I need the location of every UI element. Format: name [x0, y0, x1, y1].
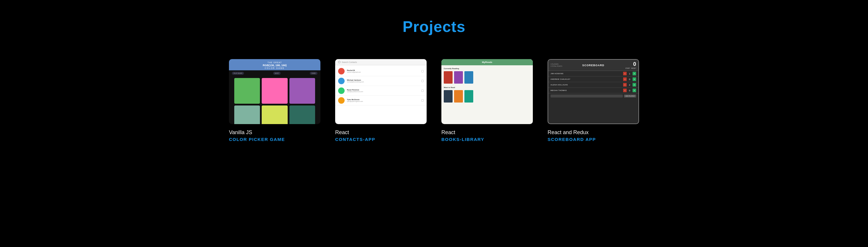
book-cover-2[interactable]	[454, 71, 463, 84]
player-minus-2[interactable]: −	[623, 77, 627, 81]
players-text: PLAYERS	[552, 63, 559, 65]
color-picker-header: THE GREAT RGB(136, 198, 166) COLOR GAME	[229, 59, 320, 70]
player-name-3: ALENA HOLLIGAN	[551, 84, 623, 86]
players-count: 4	[551, 63, 551, 65]
player-row-1: JIM HOSKINS − 1 +	[548, 71, 639, 77]
contacts-search-bar[interactable]: Search Contacts	[335, 59, 427, 65]
thumbnail-scoreboard[interactable]: 4 PLAYERS 3 TOTAL POINTS SCOREBOARD 0 ST…	[548, 59, 639, 124]
total-points-label: 3 TOTAL POINTS	[551, 65, 572, 67]
avatar-4	[338, 97, 345, 104]
books-nav-bar: MyReads	[441, 59, 533, 65]
project-tech-scoreboard: React and Redux	[548, 130, 589, 136]
edit-icon-3[interactable]	[421, 89, 424, 92]
books-section-want-to-read: Want to Read	[444, 87, 530, 88]
hard-btn[interactable]: HARD	[310, 72, 317, 75]
thumbnail-books[interactable]: MyReads Currently Reading Want to Read	[441, 59, 533, 124]
player-score-4: 0	[628, 89, 631, 91]
book-cover-1[interactable]	[444, 71, 453, 84]
play-again-btn[interactable]: PLAY AGAIN	[232, 72, 244, 75]
contact-item-4[interactable]: Tyler McGinnis tyler@tylermcginnis.com	[335, 96, 427, 106]
swatch-1[interactable]	[234, 78, 260, 104]
books-content: Currently Reading Want to Read	[441, 65, 533, 124]
project-name-scoreboard: SCOREBOARD APP	[548, 137, 596, 142]
project-card-scoreboard: 4 PLAYERS 3 TOTAL POINTS SCOREBOARD 0 ST…	[548, 59, 639, 142]
color-swatch-grid	[229, 76, 320, 124]
player-score-3: 2	[628, 84, 631, 86]
scoreboard-title: SCOREBOARD	[572, 64, 615, 67]
project-tech-contacts: React	[335, 130, 349, 136]
player-plus-2[interactable]: +	[632, 77, 636, 81]
project-name-contacts: CONTACTS-APP	[335, 137, 375, 142]
avatar-3	[338, 87, 345, 94]
color-picker-subheader: COLOR GAME	[230, 67, 319, 69]
contact-email-4: tyler@tylermcginnis.com	[347, 101, 419, 102]
swatch-6[interactable]	[289, 106, 315, 124]
players-label: 4 PLAYERS	[551, 63, 572, 65]
edit-icon-2[interactable]	[421, 80, 424, 82]
avatar-1	[338, 68, 345, 75]
project-tech-color-picker: Vanilla JS	[229, 130, 252, 136]
player-score-1: 1	[628, 73, 631, 75]
book-cover-6[interactable]	[464, 90, 473, 103]
avatar-2	[338, 78, 345, 84]
contact-info-3: Ryan Florence ryanf@ryanflorence.com	[347, 89, 419, 92]
thumbnail-contacts[interactable]: Search Contacts Rachel M. rachel.m@gmail…	[335, 59, 427, 124]
player-score-2: 0	[628, 78, 631, 80]
color-picker-buttons: PLAY AGAIN EASY HARD	[229, 70, 320, 76]
edit-icon-4[interactable]	[421, 99, 424, 102]
add-player-button[interactable]: ADD PLAYER	[624, 94, 636, 98]
book-cover-3[interactable]	[464, 71, 473, 84]
player-plus-3[interactable]: +	[632, 83, 636, 87]
thumbnail-color-picker[interactable]: THE GREAT RGB(136, 198, 166) COLOR GAME …	[229, 59, 320, 124]
contact-info-4: Tyler McGinnis tyler@tylermcginnis.com	[347, 99, 419, 102]
swatch-3[interactable]	[289, 78, 315, 104]
edit-icon-1[interactable]	[421, 70, 424, 73]
contact-info-1: Rachel M. rachel.m@gmail.com	[347, 70, 419, 73]
start-button[interactable]: START	[625, 67, 630, 69]
scoreboard-stats: 4 PLAYERS 3 TOTAL POINTS	[551, 63, 572, 67]
player-minus-3[interactable]: −	[623, 83, 627, 87]
scoreboard-footer: ADD PLAYER	[548, 93, 639, 99]
projects-grid: THE GREAT RGB(136, 198, 166) COLOR GAME …	[211, 59, 657, 142]
player-name-2: ANDREW CHALKLEY	[551, 78, 623, 80]
scoreboard-header: 4 PLAYERS 3 TOTAL POINTS SCOREBOARD 0 ST…	[548, 60, 639, 71]
player-plus-1[interactable]: +	[632, 72, 636, 75]
books-section-currently-reading: Currently Reading	[444, 68, 530, 70]
easy-btn[interactable]: EASY	[273, 72, 281, 75]
scoreboard-controls: START RESET	[625, 67, 636, 69]
color-picker-rgb: RGB(136, 198, 166)	[230, 64, 319, 67]
currently-reading-row	[444, 71, 530, 84]
player-minus-4[interactable]: −	[623, 89, 627, 92]
contact-email-2: michaelj@something.com	[347, 81, 419, 83]
project-card-books: MyReads Currently Reading Want to Read R…	[441, 59, 533, 142]
scoreboard-big-score: 0	[633, 61, 636, 67]
contact-item-2[interactable]: Michael Jackson michaelj@something.com	[335, 76, 427, 86]
player-row-2: ANDREW CHALKLEY − 0 +	[548, 77, 639, 82]
contact-email-3: ryanf@ryanflorence.com	[347, 91, 419, 92]
page-title: Projects	[402, 18, 465, 35]
project-name-books: BOOKS-LIBRARY	[441, 137, 485, 142]
total-points-count: 3	[551, 65, 551, 67]
color-picker-header-label: THE GREAT	[230, 61, 319, 63]
book-cover-4[interactable]	[444, 90, 453, 103]
book-cover-5[interactable]	[454, 90, 463, 103]
reset-button[interactable]: RESET	[631, 67, 636, 69]
swatch-4[interactable]	[234, 106, 260, 124]
contact-email-1: rachel.m@gmail.com	[347, 71, 419, 73]
swatch-2[interactable]	[262, 78, 287, 104]
contact-item-3[interactable]: Ryan Florence ryanf@ryanflorence.com	[335, 86, 427, 96]
project-name-color-picker: COLOR PICKER GAME	[229, 137, 285, 142]
contact-list: Rachel M. rachel.m@gmail.com Michael Jac…	[335, 65, 427, 124]
player-name-1: JIM HOSKINS	[551, 73, 623, 75]
project-card-color-picker: THE GREAT RGB(136, 198, 166) COLOR GAME …	[229, 59, 320, 142]
add-player-input[interactable]	[551, 94, 623, 98]
total-points-text: TOTAL POINTS	[552, 65, 562, 67]
project-tech-books: React	[441, 130, 455, 136]
player-plus-4[interactable]: +	[632, 89, 636, 92]
player-row-3: ALENA HOLLIGAN − 2 +	[548, 82, 639, 88]
contact-item-1[interactable]: Rachel M. rachel.m@gmail.com	[335, 66, 427, 76]
player-minus-1[interactable]: −	[623, 72, 627, 75]
search-icon	[338, 61, 340, 63]
swatch-5[interactable]	[262, 106, 287, 124]
project-card-contacts: Search Contacts Rachel M. rachel.m@gmail…	[335, 59, 427, 142]
